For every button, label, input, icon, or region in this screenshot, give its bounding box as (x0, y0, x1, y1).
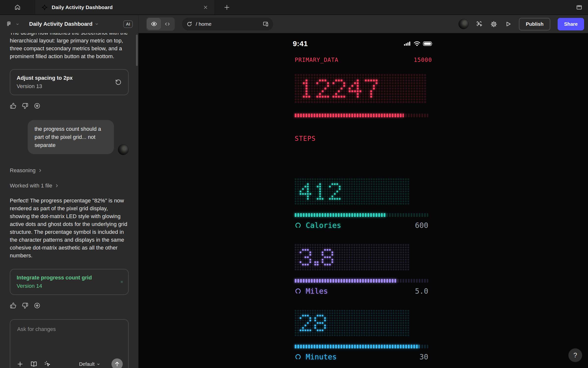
led-dot-ghost (358, 251, 360, 253)
point-and-edit-icon[interactable] (44, 360, 51, 368)
led-dot-ghost (312, 188, 314, 190)
led-dot-ghost (346, 77, 348, 79)
ai-badge[interactable]: AI (123, 20, 133, 28)
publish-button[interactable]: Publish (519, 18, 550, 30)
code-mode-button[interactable] (161, 18, 174, 30)
play-icon[interactable] (505, 21, 512, 27)
led-dot-ghost (376, 317, 377, 319)
led-dot-ghost (319, 244, 321, 246)
worked-with-disclosure[interactable]: Worked with 1 file (10, 183, 129, 189)
chat-scrollbar[interactable] (136, 35, 138, 66)
project-chevron-down-icon[interactable] (95, 22, 99, 26)
window-panel-icon[interactable] (576, 0, 583, 15)
led-dot-ghost (361, 266, 363, 268)
led-dot-ghost (363, 249, 365, 251)
led-dot-ghost (381, 85, 383, 87)
led-dot-ghost (356, 317, 358, 319)
led-dot-ghost (330, 96, 332, 98)
led-dot-ghost (341, 317, 343, 319)
attach-plus-icon[interactable] (17, 361, 24, 368)
led-dot-ghost (400, 320, 402, 321)
home-button[interactable] (0, 0, 35, 14)
led-dot-ghost (336, 310, 338, 312)
led-dot-ghost (363, 269, 365, 270)
tab-close-icon[interactable] (203, 5, 208, 10)
led-dot-ghost (351, 264, 353, 265)
led-dot-ghost (297, 191, 299, 192)
led-dot-ghost (341, 193, 343, 195)
device-preview-icon[interactable] (262, 21, 269, 27)
reasoning-disclosure[interactable]: Reasoning (10, 167, 129, 174)
tab-daily-activity-dashboard[interactable]: Daily Activity Dashboard (35, 0, 215, 14)
led-dot-ghost (305, 200, 306, 202)
help-button[interactable]: ? (568, 348, 582, 362)
thumbs-down-icon[interactable] (22, 103, 28, 109)
led-dot-ghost (346, 93, 348, 95)
led-dot-ghost (368, 98, 369, 100)
led-dot-ghost (368, 264, 370, 265)
led-dot-ghost (330, 98, 332, 100)
led-dot-ghost (356, 196, 358, 197)
settings-gear-icon[interactable] (490, 21, 497, 28)
regenerate-sparkle-icon[interactable] (34, 103, 40, 109)
led-dot-ghost (385, 203, 387, 205)
regenerate-sparkle-icon[interactable] (34, 302, 40, 309)
thumbs-down-icon[interactable] (22, 302, 28, 309)
led-dot-ghost (411, 79, 413, 81)
led-dot-ghost (341, 254, 343, 256)
led-dot-ghost (407, 329, 409, 331)
led-dot-ghost (314, 178, 316, 180)
led-dot-ghost (371, 327, 372, 329)
led-dot-ghost (380, 315, 382, 316)
revert-icon[interactable] (115, 79, 122, 86)
version-card-14[interactable]: Integrate progress count grid Version 14 (10, 269, 129, 295)
led-dot-ghost (388, 186, 390, 187)
thumbs-up-icon[interactable] (10, 302, 16, 309)
led-dot-ghost (349, 244, 350, 246)
led-dot-ghost (300, 200, 301, 202)
led-dot-ghost (327, 188, 328, 190)
figma-menu-button[interactable] (6, 21, 19, 27)
led-dot-on (349, 88, 351, 90)
led-dot-ghost (317, 259, 318, 261)
led-dot-ghost (295, 178, 296, 180)
led-dot-ghost (297, 312, 299, 314)
led-dot-ghost (346, 85, 348, 87)
led-dot-ghost (346, 259, 348, 261)
led-dot-ghost (386, 77, 388, 79)
led-dot-ghost (378, 334, 380, 336)
led-dot-ghost (405, 183, 407, 185)
led-dot-ghost (403, 196, 404, 197)
led-dot-ghost (322, 88, 324, 90)
led-dot-ghost (327, 101, 329, 103)
led-dot-ghost (380, 254, 382, 256)
led-dot-ghost (383, 325, 385, 326)
new-tab-button[interactable] (224, 0, 230, 14)
led-dot-ghost (405, 256, 407, 258)
led-dot-ghost (389, 88, 391, 90)
home-icon (14, 4, 21, 11)
send-button[interactable] (111, 358, 123, 368)
thumbs-up-icon[interactable] (10, 103, 16, 109)
led-dot-ghost (371, 193, 372, 195)
led-dot-ghost (373, 266, 375, 268)
led-dot-ghost (400, 259, 402, 261)
led-dot-ghost (329, 310, 331, 312)
dev-tools-icon[interactable] (476, 21, 483, 27)
chat-input[interactable]: Ask for changes Default (10, 319, 129, 368)
share-button[interactable]: Share (558, 18, 584, 30)
led-dot-ghost (346, 261, 348, 263)
preview-mode-button[interactable] (147, 18, 161, 29)
led-dot-ghost (329, 312, 331, 314)
url-bar[interactable]: / home (182, 18, 273, 30)
version-card-13[interactable]: Adjust spacing to 2px Version 13 (10, 69, 129, 95)
user-avatar[interactable] (458, 19, 469, 29)
led-dot-ghost (366, 264, 368, 265)
led-dot-ghost (398, 181, 399, 183)
reload-icon[interactable] (186, 21, 192, 27)
led-dot-ghost (341, 183, 343, 185)
led-dot-ghost (398, 251, 399, 253)
guidelines-book-icon[interactable] (30, 361, 37, 368)
led-dot-ghost (385, 196, 387, 197)
model-selector[interactable]: Default (79, 361, 100, 367)
